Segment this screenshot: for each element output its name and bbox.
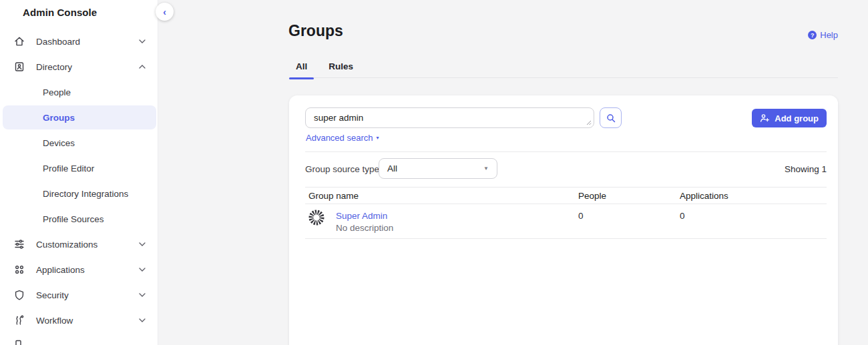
sidebar-item-profile-sources[interactable]: Profile Sources <box>0 206 158 232</box>
apps-grid-icon <box>13 264 25 276</box>
workflow-icon <box>13 314 25 326</box>
sidebar-item-devices[interactable]: Devices <box>0 130 158 155</box>
group-source-type-label: Group source type <box>305 164 379 174</box>
sidebar-item-customizations[interactable]: Customizations <box>0 232 158 257</box>
select-value: All <box>387 163 397 174</box>
sidebar-item-workflow[interactable]: Workflow <box>0 308 158 333</box>
sidebar-nav: Dashboard Directory People Groups Device… <box>0 29 158 333</box>
sidebar-item-security[interactable]: Security <box>0 282 158 308</box>
sidebar-item-label: Applications <box>36 265 134 275</box>
sidebar-item-directory[interactable]: Directory <box>0 54 158 79</box>
chevron-down-icon <box>139 293 146 297</box>
caret-down-icon: ▾ <box>376 135 379 141</box>
group-name-cell: Super Admin No description <box>305 204 578 238</box>
help-link[interactable]: ? Help <box>808 30 838 40</box>
sidebar-item-label: Profile Editor <box>43 163 146 174</box>
sidebar-item-label: Workflow <box>36 316 134 326</box>
tab-all[interactable]: All <box>289 60 314 78</box>
sliders-icon <box>13 238 25 250</box>
chevron-down-icon <box>139 318 146 322</box>
divider <box>305 151 827 152</box>
sidebar-item-groups[interactable]: Groups <box>0 105 158 130</box>
sidebar-item-profile-editor[interactable]: Profile Editor <box>0 155 158 181</box>
sidebar-item-directory-integrations[interactable]: Directory Integrations <box>0 181 158 206</box>
help-icon: ? <box>808 31 817 39</box>
sidebar-item-label: Dashboard <box>36 37 134 47</box>
search-icon <box>606 113 616 123</box>
group-source-type-select[interactable]: All ▼ <box>379 158 497 179</box>
group-description: No description <box>336 222 393 234</box>
sidebar-item-label: People <box>43 87 146 97</box>
home-icon <box>13 35 25 47</box>
table-header: Group name People Applications <box>305 187 827 204</box>
advanced-search-link[interactable]: Advanced search ▾ <box>306 133 379 143</box>
add-person-icon <box>760 113 770 123</box>
help-label: Help <box>820 30 838 40</box>
search-button[interactable] <box>600 107 622 128</box>
table-row: Super Admin No description 0 0 <box>305 204 827 239</box>
sidebar: Admin Console Dashboard Directory People… <box>0 0 158 345</box>
sidebar-item-label: Devices <box>43 138 146 148</box>
sidebar-item-dashboard[interactable]: Dashboard <box>0 29 158 54</box>
sidebar-item-label: Customizations <box>36 240 134 250</box>
chevron-down-icon <box>139 268 146 272</box>
groups-card: super admin Add group Advanced search ▾ … <box>289 95 838 345</box>
group-gear-icon <box>308 209 325 226</box>
search-box: super admin <box>305 107 594 128</box>
shield-icon <box>13 289 25 301</box>
sidebar-item-label: Directory Integrations <box>43 189 146 199</box>
applications-count: 0 <box>680 211 827 238</box>
add-group-button[interactable]: Add group <box>752 109 827 127</box>
search-input[interactable]: super admin <box>305 107 594 128</box>
sidebar-collapse-button[interactable]: ‹ <box>156 3 174 21</box>
sidebar-item-applications[interactable]: Applications <box>0 257 158 282</box>
add-group-label: Add group <box>775 113 819 123</box>
resize-grip-icon[interactable] <box>586 119 592 125</box>
page-title: Groups <box>288 22 343 40</box>
sidebar-item-label: Groups <box>43 113 146 123</box>
caret-down-icon: ▼ <box>483 166 489 171</box>
people-count: 0 <box>578 211 680 238</box>
group-link[interactable]: Super Admin <box>336 210 393 222</box>
column-people: People <box>578 191 680 201</box>
id-badge-icon <box>13 61 25 73</box>
advanced-search-label: Advanced search <box>306 133 373 143</box>
tab-bar: All Rules <box>289 60 838 78</box>
sidebar-item-label: Directory <box>36 62 134 72</box>
tab-rules[interactable]: Rules <box>322 60 360 78</box>
column-group-name: Group name <box>305 191 578 201</box>
chevron-down-icon <box>139 242 146 246</box>
chevron-up-icon <box>139 65 146 69</box>
chevron-left-icon: ‹ <box>163 7 166 17</box>
chevron-down-icon <box>139 39 146 43</box>
app-title: Admin Console <box>23 7 97 18</box>
column-applications: Applications <box>680 191 827 201</box>
showing-count: Showing 1 <box>785 164 827 174</box>
sidebar-item-label: Profile Sources <box>43 214 146 224</box>
sidebar-item-label: Security <box>36 290 134 300</box>
sidebar-item-partial-icon[interactable] <box>13 340 25 345</box>
sidebar-item-people[interactable]: People <box>0 79 158 105</box>
